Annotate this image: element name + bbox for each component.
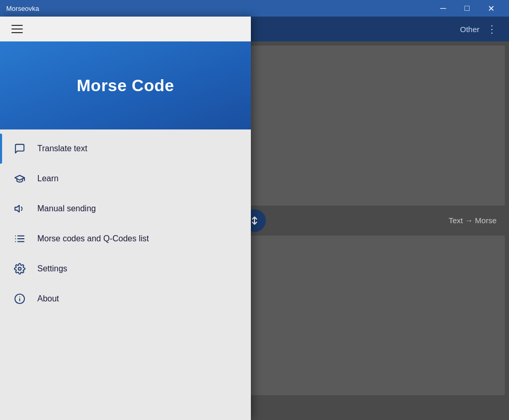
nav-item-about[interactable]: About: [0, 284, 251, 314]
more-options-button[interactable]: ⋮: [484, 21, 501, 37]
nav-label-manual-sending: Manual sending: [37, 204, 96, 213]
nav-label-translate-text: Translate text: [37, 144, 87, 153]
chat-icon: [12, 143, 27, 154]
main-topbar-right: Other ⋮: [460, 21, 501, 37]
swap-icon: [249, 215, 260, 226]
title-bar-controls: ─ □ ✕: [431, 0, 503, 17]
drawer-header: [0, 17, 251, 41]
nav-item-learn[interactable]: Learn: [0, 164, 251, 194]
drawer-banner: Morse Code: [0, 41, 251, 129]
nav-label-learn: Learn: [37, 174, 59, 183]
list-icon: [12, 233, 27, 244]
hamburger-line-2: [11, 28, 23, 30]
title-bar-left: Morseovka: [6, 5, 39, 12]
drawer-banner-title: Morse Code: [77, 76, 174, 95]
speaker-icon: [12, 203, 27, 214]
minimize-button[interactable]: ─: [431, 0, 455, 17]
hamburger-line-3: [11, 32, 23, 33]
gear-icon: [12, 263, 27, 274]
other-label: Other: [460, 25, 479, 34]
svg-marker-0: [15, 206, 19, 212]
title-bar: Morseovka ─ □ ✕: [0, 0, 509, 17]
nav-item-translate-text[interactable]: Translate text: [0, 134, 251, 164]
nav-label-morse-codes-list: Morse codes and Q-Codes list: [37, 234, 149, 243]
nav-item-morse-codes-list[interactable]: Morse codes and Q-Codes list: [0, 224, 251, 254]
nav-item-settings[interactable]: Settings: [0, 254, 251, 284]
navigation-drawer: Morse Code Translate textLearnManual sen…: [0, 17, 251, 420]
direction-label: Text → Morse: [448, 216, 497, 225]
nav-label-settings: Settings: [37, 264, 67, 273]
hamburger-line-1: [11, 25, 23, 26]
info-icon: [12, 293, 27, 305]
graduation-icon: [12, 173, 27, 184]
svg-point-7: [18, 267, 21, 270]
app-title: Morseovka: [6, 5, 39, 12]
nav-label-about: About: [37, 294, 59, 303]
drawer-nav: Translate textLearnManual sendingMorse c…: [0, 129, 251, 420]
app-body: Other ⋮ ated to Morse code. Text → Morse: [0, 17, 509, 420]
close-button[interactable]: ✕: [479, 0, 503, 17]
hamburger-button[interactable]: [8, 22, 26, 36]
nav-item-manual-sending[interactable]: Manual sending: [0, 194, 251, 224]
maximize-button[interactable]: □: [455, 0, 479, 17]
